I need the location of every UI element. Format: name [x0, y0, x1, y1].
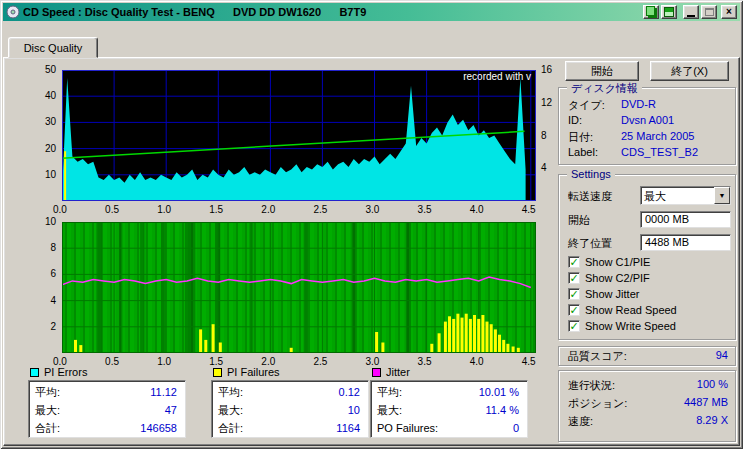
stat-label: 平均:	[35, 383, 60, 401]
checkbox-label: Show C1/PIE	[585, 256, 650, 268]
checkbox-box: ✓	[568, 320, 580, 332]
stat-label: 最大:	[218, 401, 243, 419]
axis-tick-label: 4.5	[522, 204, 536, 215]
minimize-icon	[687, 15, 695, 17]
axis-tick-label: 8	[541, 130, 547, 141]
stat-value: 10.01 %	[479, 383, 519, 401]
stat-label: 平均:	[377, 383, 402, 401]
axis-tick-label: 0.5	[105, 356, 119, 367]
disc-date-value: 25 March 2005	[621, 130, 694, 142]
titlebar[interactable]: CD Speed : Disc Quality Test - BENQ DVD …	[3, 3, 740, 21]
axis-tick-label: 2.5	[313, 356, 327, 367]
stat-label: 平均:	[218, 383, 243, 401]
check-icon: ✓	[569, 289, 578, 299]
maximize-button[interactable]	[701, 5, 717, 19]
start-button[interactable]: 開始	[565, 61, 639, 81]
window-title: CD Speed : Disc Quality Test - BENQ DVD …	[23, 6, 641, 18]
disc-label-value: CDS_TEST_B2	[621, 146, 698, 158]
axis-tick-label: 4.0	[470, 204, 484, 215]
pi-failures-legend: PI Failures	[213, 366, 280, 378]
speed-readout-value: 8.29 X	[630, 414, 728, 426]
check-icon: ✓	[569, 305, 578, 315]
progress-label: 進行状況:	[568, 378, 615, 393]
stat-value: 0	[513, 419, 519, 437]
axis-tick-label: 10	[30, 169, 56, 180]
progress-value: 100 %	[630, 378, 728, 390]
start-position-value: 0000 MB	[645, 213, 689, 225]
settings-group-title: Settings	[567, 168, 615, 180]
axis-tick-label: 10	[30, 216, 56, 227]
checkbox-show-jitter[interactable]: ✓ Show Jitter	[568, 288, 639, 300]
disc-date-label: 日付:	[568, 130, 593, 145]
disc-label-label: Label:	[568, 146, 598, 158]
speed-label: 転送速度	[568, 189, 612, 204]
checkbox-show-read-speed[interactable]: ✓ Show Read Speed	[568, 304, 677, 316]
checkbox-label: Show Read Speed	[585, 304, 677, 316]
checkbox-box: ✓	[568, 256, 580, 268]
checkbox-show-c1-pie[interactable]: ✓ Show C1/PIE	[568, 256, 650, 268]
close-button[interactable]: ×	[721, 5, 737, 19]
copy-chart-icon	[646, 6, 655, 16]
start-position-field[interactable]: 0000 MB	[640, 211, 731, 228]
stat-value: 11.12	[150, 383, 177, 401]
chevron-down-icon[interactable]: ▼	[714, 187, 730, 204]
minimize-button[interactable]	[683, 5, 699, 19]
axis-tick-label: 2.5	[313, 204, 327, 215]
jitter-legend: Jitter	[372, 366, 410, 378]
start-position-label: 開始	[568, 213, 590, 228]
exit-button[interactable]: 終了(X)	[650, 61, 729, 81]
axis-tick-label: 30	[30, 116, 56, 127]
stat-value: 11.4 %	[486, 401, 519, 419]
stat-value: 47	[165, 401, 177, 419]
pi-failures-swatch-icon	[213, 368, 222, 377]
quality-score-label: 品質スコア:	[568, 349, 627, 364]
stat-label: 合計:	[218, 419, 243, 437]
save-chart-button[interactable]	[661, 5, 677, 19]
axis-tick-label: 1.5	[209, 204, 223, 215]
tab-disc-quality[interactable]: Disc Quality	[8, 37, 98, 58]
axis-tick-label: 1.0	[157, 204, 171, 215]
end-position-field[interactable]: 4488 MB	[640, 234, 731, 251]
checkbox-box: ✓	[568, 272, 580, 284]
stat-label: 合計:	[35, 419, 60, 437]
check-icon: ✓	[569, 273, 578, 283]
checkbox-box: ✓	[568, 304, 580, 316]
maximize-icon	[705, 8, 714, 16]
disc-type-value: DVD-R	[621, 98, 656, 110]
disc-type-label: タイプ:	[568, 98, 605, 113]
checkbox-label: Show Write Speed	[585, 320, 676, 332]
axis-tick-label: 2.0	[261, 204, 275, 215]
stat-label: 最大:	[35, 401, 60, 419]
disc-id-label: ID:	[568, 114, 582, 126]
checkbox-label: Show C2/PIF	[585, 272, 650, 284]
speed-select[interactable]: 最大 ▼	[640, 186, 731, 205]
axis-tick-label: 0.0	[53, 204, 67, 215]
axis-tick-label: 4	[30, 295, 56, 306]
pi-errors-swatch-icon	[30, 368, 39, 377]
pi-errors-chart: recorded with v	[62, 70, 536, 201]
checkbox-show-c2-pif[interactable]: ✓ Show C2/PIF	[568, 272, 650, 284]
axis-tick-label: 3.0	[366, 204, 380, 215]
axis-tick-label: 2	[30, 321, 56, 332]
app-window: CD Speed : Disc Quality Test - BENQ DVD …	[0, 0, 743, 449]
axis-tick-label: 4.5	[522, 356, 536, 367]
checkbox-show-write-speed[interactable]: ✓ Show Write Speed	[568, 320, 676, 332]
close-icon: ×	[726, 7, 732, 17]
axis-tick-label: 8	[30, 242, 56, 253]
axis-tick-label: 20	[30, 143, 56, 154]
speed-readout-label: 速度:	[568, 414, 593, 429]
axis-tick-label: 50	[30, 64, 56, 75]
tab-label: Disc Quality	[24, 42, 83, 54]
pi-errors-legend-label: PI Errors	[44, 366, 87, 378]
axis-tick-label: 3.5	[418, 356, 432, 367]
jitter-stats: 平均:10.01 % 最大:11.4 % PO Failures:0	[370, 380, 528, 438]
copy-chart-button[interactable]	[643, 5, 659, 19]
end-position-value: 4488 MB	[645, 236, 689, 248]
axis-tick-label: 4.0	[470, 356, 484, 367]
stat-label: 最大:	[377, 401, 402, 419]
jitter-legend-label: Jitter	[386, 366, 410, 378]
disc-id-value: Dvsn A001	[621, 114, 674, 126]
checkbox-box: ✓	[568, 288, 580, 300]
axis-tick-label: 3.5	[418, 204, 432, 215]
pi-failures-legend-label: PI Failures	[227, 366, 280, 378]
